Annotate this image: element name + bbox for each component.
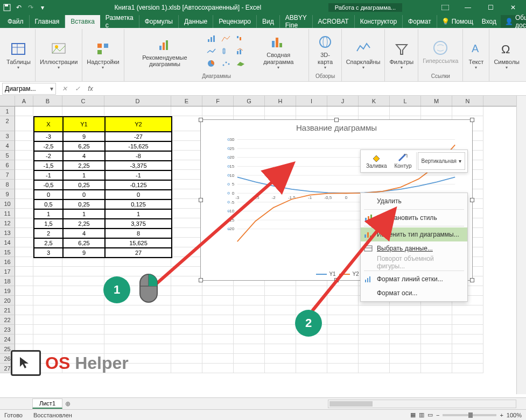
- data-table[interactable]: XY1Y2-39-27-2,56,25-15,625-24-8-1,52,25-…: [33, 116, 172, 258]
- col-header[interactable]: H: [265, 96, 296, 106]
- col-header[interactable]: F: [202, 96, 234, 106]
- tell-me[interactable]: 💡 Помощ: [437, 15, 478, 28]
- table-header[interactable]: X: [34, 117, 63, 132]
- table-cell[interactable]: 0,25: [63, 180, 105, 190]
- fill-button[interactable]: Заливка: [363, 152, 390, 170]
- table-cell[interactable]: -2: [34, 151, 63, 161]
- vertical-scrollbar[interactable]: [516, 96, 526, 394]
- undo-icon[interactable]: ↶: [14, 3, 24, 12]
- tab-формулы[interactable]: Формулы: [139, 15, 179, 28]
- table-header[interactable]: Y1: [63, 117, 105, 132]
- table-cell[interactable]: 2,25: [63, 161, 105, 170]
- filters-button[interactable]: Фильтры▾: [387, 39, 416, 71]
- row-header[interactable]: 12: [0, 218, 15, 228]
- row-header[interactable]: 10: [0, 199, 15, 209]
- col-header[interactable]: L: [390, 96, 421, 106]
- table-cell[interactable]: -15,625: [105, 141, 172, 151]
- row-headers[interactable]: 1234567891011121314151617181920212223242…: [0, 106, 15, 373]
- table-cell[interactable]: 1: [105, 209, 172, 219]
- line-chart-icon[interactable]: [205, 46, 218, 56]
- row-header[interactable]: 5: [0, 151, 15, 160]
- row-header[interactable]: 15: [0, 247, 15, 257]
- table-cell[interactable]: 3: [34, 248, 63, 258]
- table-cell[interactable]: 0,125: [105, 200, 172, 209]
- hyperlink-button[interactable]: Гиперссылка: [420, 38, 460, 65]
- table-cell[interactable]: 2,25: [63, 219, 105, 229]
- row-header[interactable]: 3: [0, 131, 15, 141]
- row-header[interactable]: 18: [0, 276, 15, 286]
- table-cell[interactable]: -0,5: [34, 180, 63, 190]
- table-cell[interactable]: 1: [34, 209, 63, 219]
- col-header[interactable]: C: [62, 96, 104, 106]
- table-cell[interactable]: -27: [105, 132, 172, 141]
- tab-главная[interactable]: Главная: [30, 15, 66, 28]
- tab-вид[interactable]: Вид: [257, 15, 280, 28]
- table-cell[interactable]: 2,5: [34, 238, 63, 248]
- horizontal-scrollbar[interactable]: [328, 400, 516, 408]
- table-cell[interactable]: 0: [34, 190, 63, 200]
- col-header[interactable]: J: [327, 96, 359, 106]
- view-normal-icon[interactable]: ▦: [410, 411, 416, 418]
- row-header[interactable]: 8: [0, 180, 15, 189]
- row-header[interactable]: 11: [0, 209, 15, 218]
- table-cell[interactable]: 15,625: [105, 238, 172, 248]
- table-cell[interactable]: 8: [105, 229, 172, 238]
- table-cell[interactable]: -1: [34, 170, 63, 180]
- table-cell[interactable]: 3,375: [105, 219, 172, 229]
- qat-customize-icon[interactable]: ▾: [38, 3, 47, 12]
- col-header[interactable]: I: [296, 96, 327, 106]
- row-header[interactable]: 6: [0, 160, 15, 170]
- tab-acrobat[interactable]: ACROBAT: [313, 15, 355, 28]
- 3d-map-button[interactable]: 3D-карта▾: [311, 32, 339, 70]
- col-header[interactable]: K: [359, 96, 390, 106]
- table-cell[interactable]: 2: [34, 229, 63, 238]
- chart-title[interactable]: Название диаграммы: [201, 120, 472, 136]
- col-header[interactable]: B: [33, 96, 62, 106]
- table-cell[interactable]: 0: [105, 190, 172, 200]
- col-header[interactable]: E: [171, 96, 202, 106]
- maximize-icon[interactable]: ☐: [480, 0, 501, 15]
- sparklines-button[interactable]: Спарклайны▾: [344, 39, 383, 71]
- stat-chart-icon[interactable]: [220, 46, 233, 56]
- ctx-axis-format[interactable]: Формат оси...: [361, 286, 467, 300]
- table-cell[interactable]: -3: [34, 132, 63, 141]
- row-header[interactable]: 16: [0, 257, 15, 267]
- illustrations-button[interactable]: Иллюстрации▾: [38, 39, 80, 71]
- row-header[interactable]: 24: [0, 334, 15, 344]
- col-header[interactable]: G: [234, 96, 265, 106]
- select-all-corner[interactable]: [0, 96, 15, 106]
- redo-icon[interactable]: ↷: [26, 3, 36, 12]
- tab-разметка с[interactable]: Разметка с: [100, 15, 139, 28]
- ctx-delete[interactable]: Удалить: [361, 194, 467, 208]
- ctx-select-data[interactable]: Выбрать данные...: [361, 241, 467, 255]
- tables-button[interactable]: Таблицы▾: [4, 39, 33, 71]
- col-header[interactable]: A: [15, 96, 33, 106]
- combo-chart-icon[interactable]: [234, 46, 247, 56]
- zoom-in-icon[interactable]: +: [500, 412, 503, 418]
- table-cell[interactable]: 1: [63, 170, 105, 180]
- enter-icon[interactable]: ✓: [71, 85, 84, 92]
- table-cell[interactable]: 1,5: [34, 219, 63, 229]
- zoom-slider[interactable]: [443, 414, 496, 416]
- row-header[interactable]: 17: [0, 267, 15, 276]
- table-cell[interactable]: -1,5: [34, 161, 63, 170]
- save-icon[interactable]: [2, 3, 12, 12]
- row-header[interactable]: 4: [0, 141, 15, 151]
- pie-chart-icon[interactable]: [205, 58, 218, 69]
- zoom-out-icon[interactable]: −: [436, 412, 439, 418]
- col-header[interactable]: D: [104, 96, 171, 106]
- worksheet-grid[interactable]: ABCDEFGHIJKLMN 1234567891011121314151617…: [0, 96, 526, 394]
- bar-chart-icon[interactable]: [205, 33, 218, 44]
- table-header[interactable]: Y2: [105, 117, 172, 132]
- share-button[interactable]: 👤 Общий доступ: [501, 15, 526, 28]
- row-header[interactable]: 23: [0, 325, 15, 334]
- table-cell[interactable]: 4: [63, 151, 105, 161]
- vertical-axis-dropdown[interactable]: Вертикальная ▾: [418, 152, 465, 170]
- cancel-icon[interactable]: ✕: [58, 85, 71, 92]
- row-header[interactable]: 9: [0, 189, 15, 199]
- tab-формат[interactable]: Формат: [403, 15, 437, 28]
- row-header[interactable]: 13: [0, 228, 15, 238]
- row-header[interactable]: 21: [0, 305, 15, 315]
- outline-button[interactable]: Контур: [391, 152, 415, 170]
- row-header[interactable]: 19: [0, 286, 15, 296]
